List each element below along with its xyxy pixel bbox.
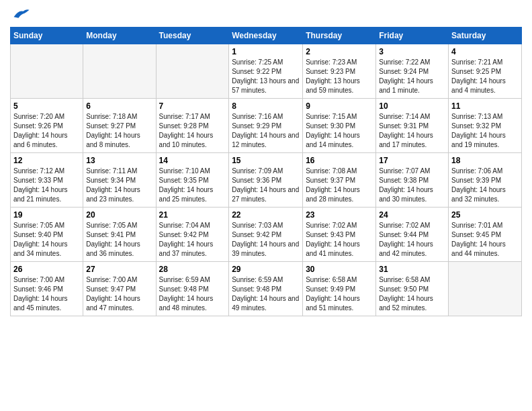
- day-number: 27: [86, 265, 152, 274]
- calendar-cell: 22Sunrise: 7:03 AMSunset: 9:42 PMDayligh…: [229, 207, 303, 261]
- day-number: 4: [451, 47, 519, 56]
- day-number: 28: [159, 265, 226, 274]
- calendar-cell: 7Sunrise: 7:17 AMSunset: 9:28 PMDaylight…: [156, 98, 229, 152]
- cell-info: Daylight: 14 hours and 4 minutes.: [451, 77, 519, 95]
- calendar-cell: 26Sunrise: 7:00 AMSunset: 9:46 PMDayligh…: [11, 261, 83, 316]
- day-number: 18: [451, 156, 519, 165]
- cell-info: Sunrise: 7:14 AM: [379, 112, 445, 122]
- logo: [10, 10, 30, 24]
- cell-info: Daylight: 14 hours and 39 minutes.: [232, 240, 300, 259]
- cell-info: Daylight: 14 hours and 49 minutes.: [232, 294, 300, 313]
- cell-info: Sunrise: 7:00 AM: [86, 275, 152, 285]
- calendar-week-1: 1Sunrise: 7:25 AMSunset: 9:22 PMDaylight…: [11, 44, 522, 98]
- cell-info: Sunset: 9:40 PM: [13, 230, 80, 240]
- cell-info: Sunset: 9:38 PM: [379, 176, 445, 185]
- cell-info: Sunset: 9:39 PM: [451, 176, 519, 185]
- cell-info: Daylight: 14 hours and 51 minutes.: [306, 294, 373, 313]
- cell-info: Sunset: 9:30 PM: [306, 122, 373, 131]
- cell-info: Sunset: 9:35 PM: [159, 176, 226, 185]
- calendar-cell: 15Sunrise: 7:09 AMSunset: 9:36 PMDayligh…: [229, 152, 303, 207]
- cell-info: Sunrise: 7:11 AM: [86, 167, 152, 176]
- page-header: [10, 10, 522, 24]
- cell-info: Sunset: 9:42 PM: [232, 230, 300, 240]
- cell-info: Sunset: 9:48 PM: [159, 285, 226, 294]
- calendar-cell: 3Sunrise: 7:22 AMSunset: 9:24 PMDaylight…: [376, 44, 449, 98]
- cell-info: Sunrise: 7:05 AM: [13, 221, 80, 230]
- calendar-cell: 5Sunrise: 7:20 AMSunset: 9:26 PMDaylight…: [11, 98, 83, 152]
- calendar-cell: 24Sunrise: 7:02 AMSunset: 9:44 PMDayligh…: [376, 207, 449, 261]
- cell-info: Sunrise: 7:16 AM: [232, 112, 300, 122]
- cell-info: Daylight: 14 hours and 42 minutes.: [379, 240, 445, 259]
- calendar-week-4: 19Sunrise: 7:05 AMSunset: 9:40 PMDayligh…: [11, 207, 522, 261]
- day-number: 7: [159, 101, 226, 111]
- calendar-cell: 12Sunrise: 7:12 AMSunset: 9:33 PMDayligh…: [11, 152, 83, 207]
- cell-info: Sunset: 9:37 PM: [306, 176, 373, 185]
- cell-info: Sunset: 9:34 PM: [86, 176, 152, 185]
- cell-info: Sunrise: 7:07 AM: [379, 167, 445, 176]
- cell-info: Daylight: 14 hours and 30 minutes.: [379, 185, 445, 204]
- cell-info: Sunset: 9:36 PM: [232, 176, 300, 185]
- day-number: 14: [159, 156, 226, 165]
- calendar-cell: 6Sunrise: 7:18 AMSunset: 9:27 PMDaylight…: [83, 98, 156, 152]
- calendar-cell: 1Sunrise: 7:25 AMSunset: 9:22 PMDaylight…: [229, 44, 303, 98]
- logo-bird-icon: [11, 7, 30, 19]
- cell-info: Sunrise: 7:01 AM: [451, 221, 519, 230]
- cell-info: Sunrise: 7:18 AM: [86, 112, 152, 122]
- day-number: 25: [451, 210, 519, 220]
- day-number: 29: [232, 265, 300, 274]
- day-number: 16: [306, 156, 373, 165]
- cell-info: Sunrise: 7:00 AM: [13, 275, 80, 285]
- cell-info: Sunset: 9:44 PM: [379, 230, 445, 240]
- cell-info: Sunrise: 7:12 AM: [13, 167, 80, 176]
- day-number: 10: [379, 101, 445, 111]
- cell-info: Sunrise: 7:06 AM: [451, 167, 519, 176]
- calendar-cell: 31Sunrise: 6:58 AMSunset: 9:50 PMDayligh…: [376, 261, 449, 316]
- day-number: 5: [13, 101, 80, 111]
- day-number: 13: [86, 156, 152, 165]
- cell-info: Sunrise: 7:13 AM: [451, 112, 519, 122]
- cell-info: Sunset: 9:28 PM: [159, 122, 226, 131]
- cell-info: Sunset: 9:49 PM: [306, 285, 373, 294]
- cell-info: Daylight: 14 hours and 8 minutes.: [86, 131, 152, 150]
- cell-info: Daylight: 13 hours and 57 minutes.: [232, 77, 300, 95]
- cell-info: Sunrise: 7:15 AM: [306, 112, 373, 122]
- calendar-cell: [156, 44, 229, 98]
- calendar-cell: [449, 261, 522, 316]
- cell-info: Daylight: 14 hours and 12 minutes.: [232, 131, 300, 150]
- cell-info: Sunrise: 7:02 AM: [379, 221, 445, 230]
- calendar-cell: 30Sunrise: 6:58 AMSunset: 9:49 PMDayligh…: [303, 261, 376, 316]
- day-number: 17: [379, 156, 445, 165]
- calendar-cell: [83, 44, 156, 98]
- calendar-week-3: 12Sunrise: 7:12 AMSunset: 9:33 PMDayligh…: [11, 152, 522, 207]
- calendar-cell: 17Sunrise: 7:07 AMSunset: 9:38 PMDayligh…: [376, 152, 449, 207]
- cell-info: Sunset: 9:43 PM: [306, 230, 373, 240]
- cell-info: Sunrise: 7:02 AM: [306, 221, 373, 230]
- cell-info: Daylight: 14 hours and 45 minutes.: [13, 294, 80, 313]
- calendar-cell: 23Sunrise: 7:02 AMSunset: 9:43 PMDayligh…: [303, 207, 376, 261]
- cell-info: Daylight: 14 hours and 27 minutes.: [232, 185, 300, 204]
- day-number: 1: [232, 47, 300, 56]
- cell-info: Daylight: 14 hours and 37 minutes.: [159, 240, 226, 259]
- cell-info: Daylight: 14 hours and 47 minutes.: [86, 294, 152, 313]
- cell-info: Sunset: 9:29 PM: [232, 122, 300, 131]
- day-number: 22: [232, 210, 300, 220]
- header-monday: Monday: [83, 27, 156, 44]
- cell-info: Sunrise: 7:21 AM: [451, 58, 519, 67]
- cell-info: Sunrise: 7:20 AM: [13, 112, 80, 122]
- calendar-cell: 27Sunrise: 7:00 AMSunset: 9:47 PMDayligh…: [83, 261, 156, 316]
- cell-info: Sunrise: 6:59 AM: [232, 275, 300, 285]
- calendar-cell: 18Sunrise: 7:06 AMSunset: 9:39 PMDayligh…: [449, 152, 522, 207]
- calendar-cell: 2Sunrise: 7:23 AMSunset: 9:23 PMDaylight…: [303, 44, 376, 98]
- calendar-cell: 8Sunrise: 7:16 AMSunset: 9:29 PMDaylight…: [229, 98, 303, 152]
- calendar-cell: 9Sunrise: 7:15 AMSunset: 9:30 PMDaylight…: [303, 98, 376, 152]
- cell-info: Sunset: 9:31 PM: [379, 122, 445, 131]
- header-saturday: Saturday: [449, 27, 522, 44]
- cell-info: Sunset: 9:22 PM: [232, 67, 300, 77]
- calendar-cell: 13Sunrise: 7:11 AMSunset: 9:34 PMDayligh…: [83, 152, 156, 207]
- calendar-cell: 25Sunrise: 7:01 AMSunset: 9:45 PMDayligh…: [449, 207, 522, 261]
- cell-info: Daylight: 14 hours and 28 minutes.: [306, 185, 373, 204]
- cell-info: Sunrise: 7:09 AM: [232, 167, 300, 176]
- cell-info: Sunrise: 6:59 AM: [159, 275, 226, 285]
- cell-info: Daylight: 14 hours and 19 minutes.: [451, 131, 519, 150]
- header-wednesday: Wednesday: [229, 27, 303, 44]
